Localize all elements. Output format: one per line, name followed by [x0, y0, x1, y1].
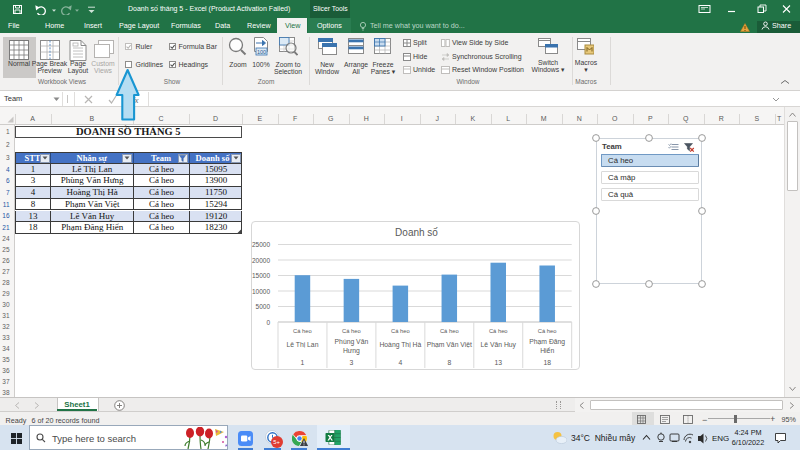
svg-text:13: 13 [494, 359, 502, 366]
svg-text:Phạm Văn Việt: Phạm Văn Việt [427, 341, 472, 348]
svg-text:Cá heo: Cá heo [440, 328, 459, 334]
svg-text:100: 100 [257, 49, 266, 55]
svg-text:Hiển: Hiển [540, 347, 554, 354]
svg-text:Hưng: Hưng [343, 347, 360, 355]
svg-text:Cá heo: Cá heo [489, 328, 508, 334]
svg-text:0: 0 [266, 319, 270, 326]
svg-text:Cá heo: Cá heo [538, 328, 557, 334]
svg-text:Cá heo: Cá heo [391, 328, 410, 334]
svg-text:18: 18 [543, 359, 551, 366]
svg-text:Cá heo: Cá heo [342, 328, 361, 334]
svg-text:10000: 10000 [252, 288, 270, 295]
svg-text:4: 4 [398, 359, 402, 366]
svg-text:8: 8 [447, 359, 451, 366]
svg-text:Hoàng Thị Hà: Hoàng Thị Hà [379, 341, 421, 349]
svg-text:Lê Văn Huy: Lê Văn Huy [480, 341, 516, 349]
svg-text:15000: 15000 [252, 272, 270, 279]
svg-text:1: 1 [301, 359, 305, 366]
svg-text:5000: 5000 [256, 303, 271, 310]
svg-text:Phạm Đăng: Phạm Đăng [529, 338, 565, 346]
svg-text:3: 3 [350, 359, 354, 366]
svg-text:20000: 20000 [252, 257, 270, 264]
svg-text:25000: 25000 [252, 241, 270, 248]
svg-text:Phùng Văn: Phùng Văn [335, 338, 369, 346]
svg-text:Lê Thị Lan: Lê Thị Lan [286, 341, 318, 348]
svg-text:Cá heo: Cá heo [293, 328, 312, 334]
